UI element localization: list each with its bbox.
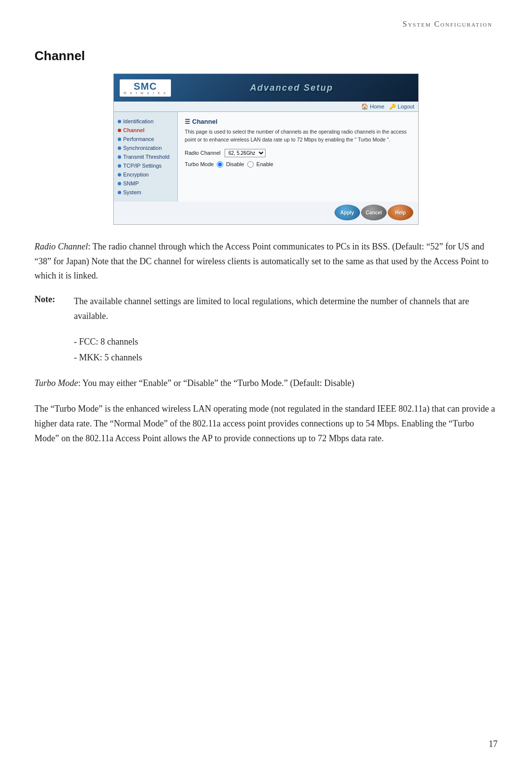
- note-label: Note:: [34, 294, 74, 323]
- ui-sidebar: Identification Channel Performance Synch…: [114, 112, 178, 202]
- sidebar-item-performance[interactable]: Performance: [114, 135, 177, 143]
- logout-link[interactable]: 🔑 Logout: [389, 104, 414, 110]
- radio-channel-label: Radio Channel: [185, 150, 221, 156]
- para1-text: : The radio channel through which the Ac…: [34, 242, 489, 281]
- sidebar-item-synchronization[interactable]: Synchronization: [114, 143, 177, 152]
- turbo-mode-label: Turbo Mode: [185, 161, 214, 167]
- note-mkk: - MKK: 5 channels: [74, 350, 498, 366]
- home-label: Home: [370, 104, 384, 109]
- section-title: Channel: [34, 48, 498, 64]
- note-text: The available channel settings are limit…: [74, 294, 498, 323]
- page-number: 17: [489, 739, 498, 749]
- sidebar-item-channel[interactable]: Channel: [114, 126, 177, 135]
- help-button[interactable]: Help: [388, 205, 413, 220]
- sidebar-item-transmit-threshold[interactable]: Transmit Threshold: [114, 152, 177, 161]
- para2-text: : You may either “Enable” or “Disable” t…: [78, 378, 355, 388]
- logout-label: Logout: [398, 104, 414, 109]
- ui-header-title: Advanced Setup: [171, 83, 412, 93]
- sidebar-dot-performance: [118, 138, 121, 141]
- sidebar-dot-synchronization: [118, 146, 121, 150]
- ui-screenshot: SMC N e t w o r k s Advanced Setup 🏠 Hom…: [113, 73, 419, 225]
- sidebar-label-snmp: SNMP: [123, 180, 139, 186]
- sidebar-label-performance: Performance: [123, 136, 154, 142]
- home-icon: 🏠: [361, 103, 368, 110]
- smc-logo: SMC N e t w o r k s: [120, 79, 171, 97]
- menu-icon: ☰: [185, 118, 190, 125]
- sidebar-item-identification[interactable]: Identification: [114, 117, 177, 126]
- radio-channel-term: Radio Channel: [34, 242, 88, 251]
- smc-sub: N e t w o r k s: [124, 91, 167, 95]
- sidebar-dot-tcpip: [118, 164, 121, 168]
- home-link[interactable]: 🏠 Home: [361, 103, 384, 110]
- ui-header: SMC N e t w o r k s Advanced Setup: [114, 74, 418, 102]
- para-turbo-mode: Turbo Mode: You may either “Enable” or “…: [34, 376, 498, 391]
- sidebar-dot-snmp: [118, 182, 121, 185]
- turbo-enable-radio[interactable]: [247, 161, 254, 168]
- sidebar-dot-identification: [118, 120, 121, 123]
- sidebar-item-tcpip[interactable]: TCP/IP Settings: [114, 161, 177, 170]
- sidebar-item-encryption[interactable]: Encryption: [114, 170, 177, 179]
- sidebar-label-encryption: Encryption: [123, 172, 149, 177]
- sidebar-dot-encryption: [118, 173, 121, 176]
- apply-button[interactable]: Apply: [334, 205, 360, 220]
- sidebar-label-transmit: Transmit Threshold: [123, 154, 169, 160]
- sidebar-item-system[interactable]: System: [114, 188, 177, 197]
- page-header: System Configuration: [34, 20, 498, 29]
- sidebar-label-synchronization: Synchronization: [123, 145, 162, 151]
- turbo-mode-term: Turbo Mode: [34, 378, 78, 388]
- note-block: Note: The available channel settings are…: [34, 294, 498, 323]
- sidebar-label-system: System: [123, 189, 141, 195]
- sidebar-label-tcpip: TCP/IP Settings: [123, 163, 162, 169]
- smc-brand: SMC: [133, 81, 157, 91]
- ui-body: Identification Channel Performance Synch…: [114, 112, 418, 202]
- ui-content-desc: This page is used to select the number o…: [185, 128, 411, 144]
- sidebar-item-snmp[interactable]: SNMP: [114, 179, 177, 188]
- note-fcc: - FCC: 8 channels: [74, 334, 498, 350]
- logout-icon: 🔑: [389, 104, 396, 110]
- turbo-mode-row: Turbo Mode Disable Enable: [185, 161, 411, 168]
- sidebar-label-channel: Channel: [123, 127, 144, 133]
- ui-footer-buttons: Apply Cancel Help: [114, 202, 418, 224]
- header-title: System Configuration: [402, 20, 493, 28]
- note-list: - FCC: 8 channels - MKK: 5 channels: [74, 334, 498, 365]
- turbo-enable-label: Enable: [257, 161, 273, 167]
- para-turbo-desc: The “Turbo Mode” is the enhanced wireles…: [34, 402, 498, 446]
- radio-channel-row: Radio Channel 62, 5.26Ghz: [185, 149, 411, 157]
- ui-content-title: ☰ Channel: [185, 118, 411, 125]
- content-title-text: Channel: [192, 118, 217, 125]
- sidebar-dot-transmit: [118, 155, 121, 159]
- turbo-disable-label: Disable: [226, 161, 244, 167]
- para-radio-channel: Radio Channel: The radio channel through…: [34, 240, 498, 283]
- sidebar-dot-system: [118, 191, 121, 194]
- cancel-button[interactable]: Cancel: [361, 205, 387, 220]
- content-body: Radio Channel: The radio channel through…: [34, 240, 498, 446]
- sidebar-dot-channel: [118, 129, 121, 132]
- ui-nav-bar: 🏠 Home 🔑 Logout: [114, 102, 418, 112]
- turbo-disable-radio[interactable]: [217, 161, 223, 168]
- ui-main: ☰ Channel This page is used to select th…: [178, 112, 418, 202]
- sidebar-label-identification: Identification: [123, 118, 154, 124]
- radio-channel-select[interactable]: 62, 5.26Ghz: [225, 149, 266, 157]
